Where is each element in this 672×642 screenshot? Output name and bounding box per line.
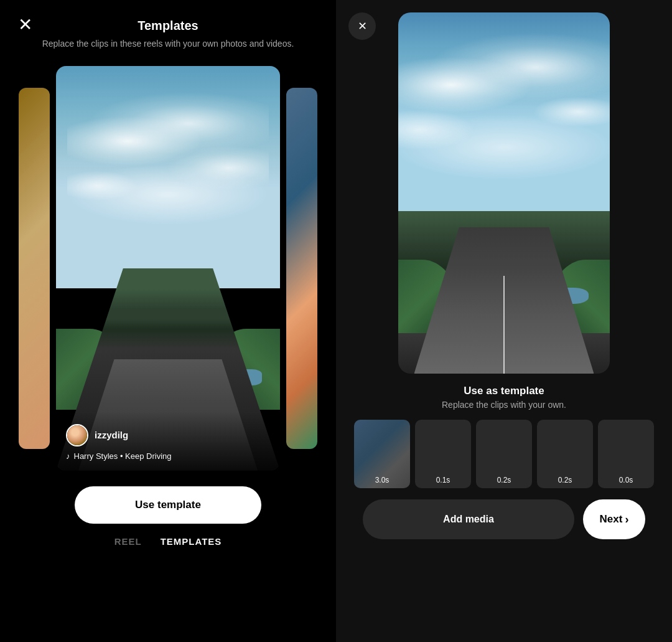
music-note-icon: ♪	[66, 451, 70, 461]
music-text: Harry Styles • Keep Driving	[74, 451, 172, 461]
avatar	[66, 424, 88, 446]
next-chevron-icon: ›	[625, 513, 628, 526]
use-template-button[interactable]: Use template	[75, 486, 261, 524]
sky-layer	[56, 66, 280, 289]
card-side-left[interactable]	[19, 88, 50, 449]
right-panel: ✕ Use as template Replace the clips with…	[336, 0, 672, 642]
page-title: Templates	[138, 19, 198, 33]
bottom-tabs: REEL TEMPLATES	[114, 536, 222, 547]
clip-duration: 0.1s	[415, 476, 471, 484]
clip-duration: 0.2s	[537, 476, 593, 484]
cards-row: izzydilg ♪ Harry Styles • Keep Driving	[0, 63, 336, 474]
preview-text-area: Use as template Replace the clips with y…	[348, 385, 660, 410]
clip-thumb[interactable]: 0.0s	[598, 420, 654, 488]
clip-thumb[interactable]: 0.2s	[476, 420, 532, 488]
clip-thumb[interactable]: 0.2s	[537, 420, 593, 488]
preview-card	[398, 12, 610, 374]
clip-duration: 0.0s	[598, 476, 654, 484]
next-button[interactable]: Next ›	[583, 499, 645, 539]
close-button-right[interactable]: ✕	[348, 12, 376, 40]
close-icon-left: ✕	[18, 16, 32, 34]
tab-reel[interactable]: REEL	[114, 536, 142, 547]
card-overlay: izzydilg ♪ Harry Styles • Keep Driving	[56, 412, 280, 471]
close-button-left[interactable]: ✕	[12, 12, 37, 37]
card-user-row: izzydilg	[66, 424, 270, 446]
page-subtitle: Replace the clips in these reels with yo…	[5, 38, 332, 50]
add-media-button[interactable]: Add media	[363, 499, 574, 539]
clip-duration: 0.2s	[476, 476, 532, 484]
bottom-actions: Add media Next ›	[348, 499, 660, 539]
preview-title: Use as template	[348, 385, 660, 397]
preview-road-line	[503, 276, 505, 374]
username: izzydilg	[95, 430, 128, 440]
music-row: ♪ Harry Styles • Keep Driving	[66, 451, 270, 461]
left-panel: ✕ Templates Replace the clips in these r…	[0, 0, 336, 642]
clip-thumb[interactable]: 0.1s	[415, 420, 471, 488]
preview-land	[398, 211, 610, 374]
clip-duration: 3.0s	[354, 476, 410, 484]
close-icon-right: ✕	[358, 19, 367, 33]
clip-thumb[interactable]: 3.0s	[354, 420, 410, 488]
next-label: Next	[600, 513, 623, 526]
card-main[interactable]: izzydilg ♪ Harry Styles • Keep Driving	[56, 66, 280, 471]
clips-row: 3.0s0.1s0.2s0.2s0.0s	[348, 420, 660, 488]
preview-subtitle: Replace the clips with your own.	[348, 400, 660, 410]
avatar-image	[67, 425, 87, 445]
tab-templates[interactable]: TEMPLATES	[161, 536, 222, 547]
card-side-right[interactable]	[286, 88, 317, 449]
preview-sky	[398, 12, 610, 211]
